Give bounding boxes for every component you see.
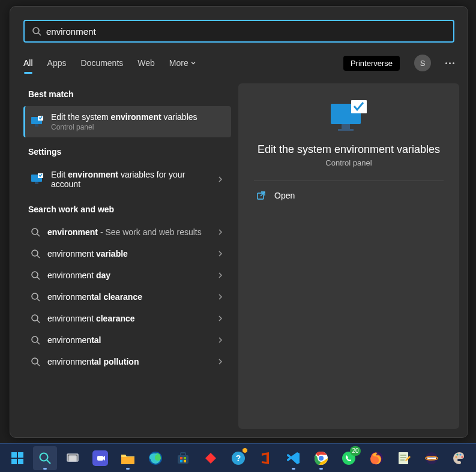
- taskbar-chat[interactable]: [88, 446, 112, 470]
- svg-marker-45: [205, 453, 216, 464]
- svg-rect-4: [35, 124, 38, 127]
- svg-rect-28: [11, 452, 17, 458]
- taskbar-chrome[interactable]: [309, 446, 333, 470]
- search-icon: [31, 314, 40, 323]
- taskbar-firefox[interactable]: [364, 446, 388, 470]
- result-title: Edit the system environment variables: [51, 112, 224, 122]
- svg-marker-37: [103, 456, 105, 461]
- svg-line-15: [37, 299, 40, 301]
- svg-line-13: [37, 277, 40, 279]
- result-web-6[interactable]: environmental pollution: [23, 351, 231, 372]
- chevron-right-icon: [217, 229, 224, 236]
- taskbar: ? 20: [0, 443, 476, 472]
- search-icon: [31, 249, 40, 258]
- tab-documents[interactable]: Documents: [80, 58, 123, 68]
- search-icon: [31, 292, 40, 302]
- svg-rect-43: [180, 460, 182, 462]
- chevron-right-icon: [217, 315, 224, 322]
- result-settings-env-user[interactable]: Edit environment variables for your acco…: [23, 164, 231, 195]
- result-web-1[interactable]: environment variable: [23, 243, 231, 264]
- taskbar-edge[interactable]: [143, 446, 167, 470]
- svg-rect-31: [18, 459, 23, 464]
- taskbar-notepad[interactable]: [392, 446, 416, 470]
- taskbar-file-explorer[interactable]: [116, 446, 140, 470]
- folder-icon: [120, 452, 136, 465]
- teams-icon: [92, 450, 108, 466]
- section-settings: Settings: [23, 141, 231, 160]
- taskbar-whatsapp[interactable]: 20: [337, 446, 361, 470]
- result-title: Edit environment variables for your acco…: [51, 170, 209, 189]
- tab-all[interactable]: All: [23, 58, 33, 68]
- preview-icon: [330, 100, 368, 135]
- result-web-3[interactable]: environmental clearance: [23, 286, 231, 308]
- result-title: environment variable: [47, 249, 209, 258]
- search-icon: [32, 26, 41, 36]
- taskbar-store[interactable]: [171, 446, 195, 470]
- svg-rect-59: [427, 457, 436, 459]
- notification-dot: [242, 447, 248, 453]
- preview-subtitle: Control panel: [325, 158, 372, 167]
- result-web-0[interactable]: environment - See work and web results: [23, 221, 231, 243]
- preview-action-label: Open: [274, 191, 295, 200]
- taskbar-vscode[interactable]: [282, 446, 306, 470]
- svg-rect-53: [399, 452, 408, 464]
- search-bar[interactable]: [23, 20, 454, 43]
- result-web-2[interactable]: environment day: [23, 264, 231, 286]
- search-icon: [38, 451, 52, 465]
- taskbar-app-red[interactable]: [199, 446, 223, 470]
- palette-icon: [452, 451, 466, 465]
- svg-point-32: [40, 453, 47, 461]
- notepad-icon: [397, 451, 411, 465]
- rewards-chip[interactable]: Printerverse: [343, 56, 400, 71]
- tab-web[interactable]: Web: [137, 58, 155, 68]
- svg-line-9: [37, 234, 40, 236]
- svg-point-62: [459, 453, 461, 455]
- svg-point-12: [32, 272, 38, 278]
- svg-line-11: [37, 255, 40, 258]
- svg-rect-30: [11, 459, 17, 464]
- svg-line-27: [261, 192, 265, 196]
- task-view-icon: [66, 452, 79, 465]
- svg-rect-36: [97, 456, 103, 461]
- svg-rect-42: [184, 457, 186, 459]
- preview-pane: Edit the system environment variables Co…: [238, 83, 459, 429]
- search-icon: [31, 270, 40, 280]
- filter-tabs: All Apps Documents Web More Printerverse…: [10, 49, 468, 77]
- user-avatar[interactable]: S: [414, 55, 431, 71]
- svg-point-8: [32, 229, 38, 235]
- taskbar-help[interactable]: ?: [226, 446, 250, 470]
- result-best-match[interactable]: Edit the system environment variables Co…: [23, 106, 231, 137]
- result-web-4[interactable]: environment clearance: [23, 308, 231, 329]
- chevron-down-icon: [190, 60, 196, 66]
- chevron-right-icon: [217, 358, 224, 365]
- svg-line-17: [37, 320, 40, 323]
- svg-point-14: [32, 293, 38, 299]
- chevron-right-icon: [217, 250, 224, 257]
- tab-more[interactable]: More: [169, 58, 196, 68]
- chevron-right-icon: [217, 336, 224, 344]
- preview-action-open[interactable]: Open: [254, 181, 297, 210]
- svg-point-60: [455, 456, 457, 458]
- taskbar-paint[interactable]: [447, 446, 471, 470]
- svg-point-63: [461, 456, 463, 458]
- search-icon: [31, 335, 40, 345]
- svg-point-18: [32, 336, 38, 342]
- start-button[interactable]: [5, 446, 29, 470]
- taskbar-eclipse[interactable]: [420, 446, 444, 470]
- result-title: environment day: [47, 270, 209, 280]
- tab-apps[interactable]: Apps: [47, 58, 67, 68]
- svg-rect-7: [35, 182, 38, 184]
- svg-rect-41: [180, 457, 182, 459]
- taskbar-taskview[interactable]: [61, 446, 85, 470]
- search-input[interactable]: [46, 26, 446, 37]
- svg-rect-23: [342, 124, 350, 129]
- taskbar-office[interactable]: [254, 446, 278, 470]
- result-web-5[interactable]: environmental: [23, 329, 231, 351]
- overflow-menu[interactable]: [445, 62, 454, 64]
- search-icon: [31, 357, 40, 366]
- open-external-icon: [256, 191, 266, 200]
- svg-rect-40: [181, 453, 185, 456]
- taskbar-search[interactable]: [33, 446, 57, 470]
- svg-rect-35: [69, 456, 76, 461]
- result-title: environmental: [47, 335, 209, 345]
